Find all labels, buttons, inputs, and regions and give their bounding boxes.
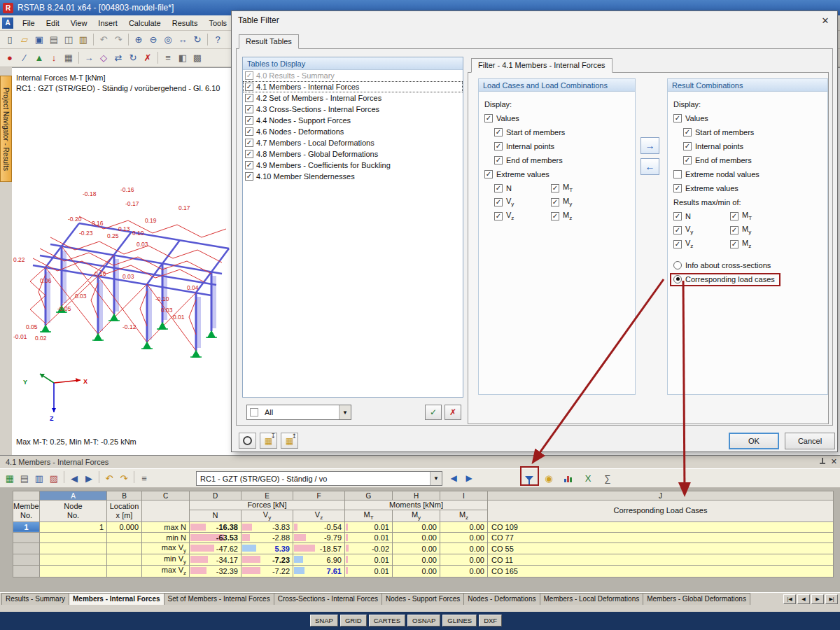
zoom-out-button[interactable]: ⊖ (146, 33, 160, 47)
tab-nav-button-3[interactable]: ▶| (825, 594, 838, 604)
column-letter-I[interactable]: I (440, 491, 488, 500)
status-toggle-glines[interactable]: GLINES (442, 615, 477, 626)
next-table-button[interactable]: ▶ (82, 471, 96, 485)
bottom-tab[interactable]: Set of Members - Internal Forces (164, 593, 274, 605)
value-cell[interactable]: 0.00 (393, 566, 440, 577)
column-letter-B[interactable]: B (107, 491, 142, 500)
value-cell[interactable]: -0.54 (293, 522, 345, 532)
new-file-button[interactable]: ▯ (3, 33, 17, 47)
value-cell[interactable]: 0.00 (393, 554, 440, 566)
checkbox[interactable]: ✓ (494, 156, 503, 164)
checkbox[interactable]: ✓ (245, 161, 253, 169)
print-button[interactable]: ▤ (47, 33, 61, 47)
pin-icon[interactable] (818, 457, 827, 466)
rotate-object-button[interactable]: ↻ (126, 51, 140, 65)
menu-item-calculate[interactable]: Calculate (123, 18, 167, 29)
status-toggle-grid[interactable]: GRID (340, 615, 367, 626)
pan-button[interactable]: ↔ (176, 33, 190, 47)
checkbox[interactable]: ✓ (730, 212, 738, 220)
dialog-titlebar[interactable]: Table Filter (232, 11, 837, 29)
extreme-kind-cell[interactable]: min Vy (142, 554, 190, 566)
copy-left-button[interactable]: ← (640, 158, 659, 175)
panel-close-icon[interactable]: ✕ (831, 457, 837, 466)
location-cell[interactable] (107, 554, 142, 566)
previous-result-button[interactable]: ◀ (447, 471, 461, 485)
save-button[interactable]: ▣ (32, 33, 46, 47)
checkbox[interactable]: ✓ (673, 226, 682, 234)
column-letter-C[interactable]: C (142, 491, 190, 500)
export-excel-button[interactable]: X (581, 471, 595, 485)
rotate-view-button[interactable]: ↻ (190, 33, 204, 47)
table-list-item[interactable]: ✓4.10 Member Slendernesses (243, 171, 463, 182)
extreme-kind-cell[interactable]: min N (142, 532, 190, 542)
col-vz[interactable]: Vz (293, 510, 345, 522)
project-navigator-tab[interactable]: Project Navigator - Results (0, 76, 12, 182)
member-no-cell[interactable] (13, 532, 40, 542)
bottom-tab[interactable]: Cross-Sections - Internal Forces (274, 593, 382, 605)
copy-button[interactable]: ◫ (62, 33, 76, 47)
table-category-select[interactable]: All ▼ (246, 405, 351, 420)
ok-button[interactable]: OK (729, 433, 779, 449)
status-toggle-cartes[interactable]: CARTES (369, 615, 405, 626)
tab-filter-members[interactable]: Filter - 4.1 Members - Internal Forces (471, 58, 612, 73)
redo-table-button[interactable]: ↷ (117, 471, 131, 485)
column-letter-G[interactable]: G (345, 491, 393, 500)
value-cell[interactable]: -0.02 (345, 542, 393, 554)
load-defaults-button[interactable]: ▦ ↥ (281, 433, 298, 449)
result-diagrams-button[interactable] (561, 471, 575, 485)
comment-button[interactable] (239, 433, 256, 449)
menu-item-view[interactable]: View (65, 18, 93, 29)
next-result-button[interactable]: ▶ (462, 471, 476, 485)
results-overview-button[interactable]: ▦ (3, 471, 17, 485)
table-colors-button[interactable]: ▨ (47, 471, 61, 485)
chevron-down-icon[interactable]: ▼ (339, 405, 351, 419)
table-list-item[interactable]: ✓4.6 Nodes - Deformations (243, 126, 463, 137)
menu-item-edit[interactable]: Edit (41, 18, 65, 29)
value-cell[interactable]: 0.00 (393, 532, 440, 542)
node-no-cell[interactable] (40, 542, 107, 554)
checkbox[interactable]: ✓ (484, 114, 493, 122)
table-settings-button[interactable]: ▥ (32, 471, 46, 485)
menu-item-results[interactable]: Results (167, 18, 204, 29)
checkbox[interactable]: ✓ (551, 212, 559, 220)
value-cell[interactable]: 7.61 (293, 566, 345, 577)
result-info-button[interactable]: ◉ (542, 471, 556, 485)
render-button[interactable]: ▩ (190, 51, 204, 65)
checkbox[interactable] (673, 170, 682, 178)
member-no-cell[interactable] (13, 566, 40, 577)
bottom-tab[interactable]: Results - Summary (1, 593, 69, 605)
value-cell[interactable]: -34.17 (190, 554, 241, 566)
checkbox[interactable]: ✓ (551, 198, 559, 206)
paste-button[interactable]: ▥ (76, 33, 90, 47)
value-cell[interactable]: -7.23 (241, 554, 293, 566)
tab-nav-button-0[interactable]: |◀ (783, 594, 796, 604)
value-cell[interactable]: 0.01 (345, 554, 393, 566)
member-col-header[interactable]: MemberNo. (13, 500, 40, 522)
column-letter-F[interactable]: F (293, 491, 345, 500)
value-cell[interactable]: 0.00 (440, 542, 488, 554)
load-case-cell[interactable]: CO 109 (488, 522, 834, 532)
column-letter-H[interactable]: H (393, 491, 440, 500)
chevron-down-icon[interactable]: ▼ (430, 472, 442, 485)
grid-button[interactable]: ▦ (62, 51, 76, 65)
tab-nav-button-2[interactable]: ▶ (811, 594, 824, 604)
checkbox[interactable]: ✓ (245, 94, 253, 102)
help-button[interactable]: ? (211, 33, 225, 47)
delete-button[interactable]: ✗ (141, 51, 155, 65)
node-no-cell[interactable] (40, 554, 107, 566)
menu-item-file[interactable]: File (17, 18, 41, 29)
node-col-header[interactable]: NodeNo. (40, 500, 107, 522)
value-cell[interactable]: 0.01 (345, 566, 393, 577)
checkbox[interactable]: ✓ (673, 240, 682, 248)
location-cell[interactable] (107, 532, 142, 542)
undo-button[interactable]: ↶ (97, 33, 111, 47)
node-no-cell[interactable] (40, 532, 107, 542)
table-panel-titlebar[interactable]: 4.1 Members - Internal Forces ✕ (0, 456, 840, 468)
checkbox[interactable]: ✓ (245, 83, 253, 91)
value-cell[interactable]: 0.01 (345, 522, 393, 532)
member-no-cell[interactable] (13, 554, 40, 566)
status-toggle-dxf[interactable]: DXF (479, 615, 502, 626)
uncheck-all-tables-button[interactable]: ✗ (444, 405, 461, 420)
node-no-cell[interactable] (40, 566, 107, 577)
numbering-button[interactable]: ≡ (161, 51, 175, 65)
